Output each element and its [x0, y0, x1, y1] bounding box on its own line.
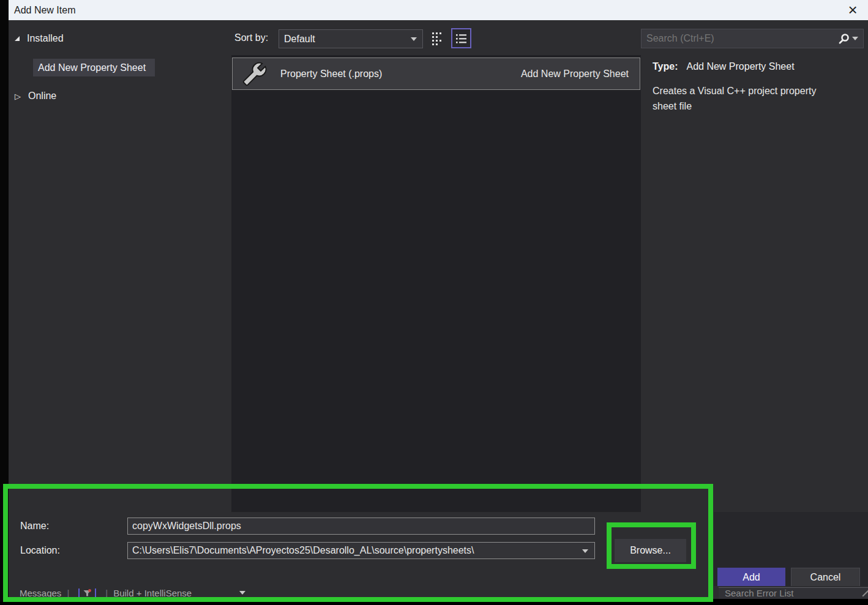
type-label: Type:	[653, 61, 678, 72]
template-search-box	[641, 29, 864, 48]
small-icons-view-button[interactable]	[428, 30, 447, 47]
screen-bottom-edge	[0, 602, 714, 605]
browse-button-label: Browse...	[630, 545, 671, 556]
toggle-highlight-bar	[78, 588, 80, 598]
chevron-down-icon	[411, 37, 417, 41]
sort-by-dropdown[interactable]: Default	[279, 29, 423, 48]
add-button-label: Add	[743, 572, 760, 583]
type-value: Add New Property Sheet	[686, 61, 794, 72]
chevron-down-icon[interactable]	[582, 549, 588, 553]
list-view-button[interactable]	[451, 28, 471, 48]
name-input[interactable]	[127, 518, 595, 535]
screen-bottom-right-edge	[710, 599, 868, 605]
search-icon[interactable]	[838, 33, 850, 45]
template-type-row: Type: Add New Property Sheet	[653, 61, 795, 72]
sort-by-label: Sort by:	[234, 32, 268, 43]
name-label: Name:	[20, 521, 49, 532]
cancel-button-label: Cancel	[810, 572, 841, 583]
add-button[interactable]: Add	[717, 568, 785, 587]
messages-toggle[interactable]: Messages	[20, 588, 61, 598]
sidebar-selected-label: Add New Property Sheet	[38, 62, 146, 73]
wrench-icon	[242, 62, 267, 86]
sidebar-item-add-new-property-sheet[interactable]: Add New Property Sheet	[33, 59, 155, 76]
template-name: Property Sheet (.props)	[280, 69, 382, 80]
location-combobox[interactable]: C:\Users\Elis7\Documents\AProyectos25\De…	[127, 542, 595, 559]
collapsed-triangle-icon: ▷	[15, 92, 21, 100]
template-list-panel: Property Sheet (.props) Add New Property…	[231, 55, 641, 512]
browse-button[interactable]: Browse...	[615, 539, 686, 562]
dialog-titlebar: Add New Item ×	[9, 0, 868, 20]
sidebar-item-installed[interactable]: Installed	[15, 33, 64, 44]
dialog-title: Add New Item	[14, 5, 75, 16]
close-icon[interactable]: ×	[844, 0, 862, 20]
search-input[interactable]	[642, 33, 838, 44]
list-view-icon	[455, 32, 468, 45]
template-tag: Add New Property Sheet	[521, 69, 629, 80]
template-item-property-sheet[interactable]: Property Sheet (.props) Add New Property…	[232, 58, 640, 90]
filter-funnel-icon	[83, 588, 92, 598]
sidebar-item-label: Online	[28, 91, 56, 102]
sort-by-value: Default	[284, 34, 315, 45]
error-list-search-box[interactable]: Search Error List	[719, 587, 868, 600]
add-new-item-dialog: Add New Item × Installed Add New Propert…	[0, 0, 868, 605]
search-options-chevron-icon[interactable]	[852, 37, 858, 40]
chevron-down-icon[interactable]	[239, 591, 245, 595]
error-filter-dropdown[interactable]: Build + IntelliSense	[113, 588, 192, 598]
location-label: Location:	[20, 545, 60, 556]
sidebar-item-online[interactable]: ▷ Online	[15, 91, 56, 102]
filter-toggle-button[interactable]	[78, 588, 96, 598]
sidebar-item-label: Installed	[27, 33, 64, 44]
template-description: Creates a Visual C++ project property sh…	[653, 83, 841, 114]
screen-left-edge	[0, 0, 9, 605]
location-value: C:\Users\Elis7\Documents\AProyectos25\De…	[132, 545, 474, 556]
toggle-highlight-bar	[95, 588, 96, 598]
grid-view-icon	[430, 31, 446, 46]
cancel-button[interactable]: Cancel	[791, 568, 860, 587]
toolbar-separator: |	[67, 588, 69, 598]
expanded-triangle-icon	[15, 36, 20, 41]
toolbar-separator: |	[105, 588, 108, 598]
